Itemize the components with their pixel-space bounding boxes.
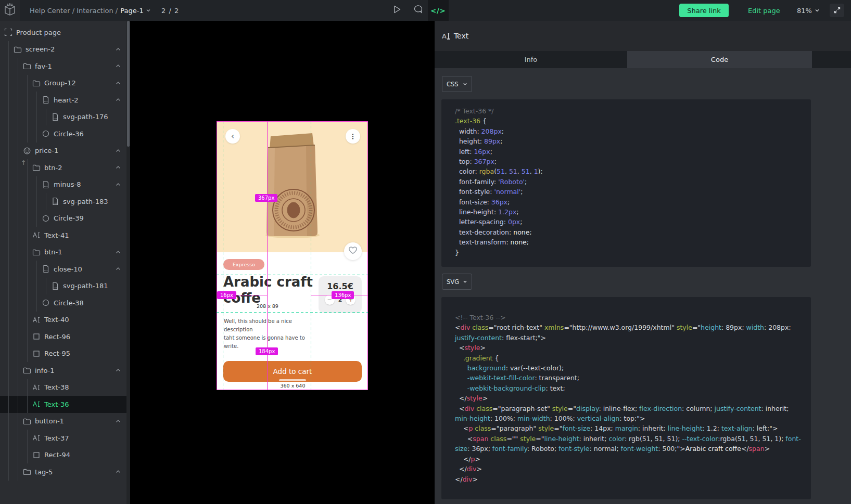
chevron-down-icon[interactable] <box>146 7 151 15</box>
layer-row-btn-1[interactable]: btn-1 <box>0 244 126 261</box>
breadcrumb[interactable]: Help Center / Interaction / Page-1 <box>30 0 151 21</box>
back-button[interactable]: ‹ <box>225 129 240 144</box>
tree-indent-guide <box>32 176 42 193</box>
layer-row-tag-5[interactable]: tag-5 <box>0 463 126 481</box>
folder-icon <box>23 62 31 70</box>
fullscreen-button[interactable] <box>830 4 844 17</box>
layer-row-Group-12[interactable]: Group-12 <box>0 75 126 92</box>
tree-indent-guide <box>23 278 32 295</box>
layer-row-screen-2[interactable]: screen-2 <box>0 41 126 58</box>
play-button[interactable] <box>389 0 405 21</box>
layer-row-btn-2[interactable]: btn-2 <box>0 159 126 176</box>
layer-label: btn-2 <box>44 164 62 172</box>
app-logo[interactable] <box>0 0 20 21</box>
breadcrumb-page[interactable]: Page-1 <box>120 7 143 15</box>
code-line: min-height: 100%; min-width: 100%; verti… <box>455 413 808 423</box>
tree-indent-guide <box>23 125 32 143</box>
code-line: </div> <box>455 464 808 474</box>
tab-code[interactable]: Code <box>627 51 812 68</box>
tree-indent-guide <box>4 41 14 58</box>
css-format-dropdown[interactable]: CSS <box>442 76 472 92</box>
code-line: text-transform: none; <box>455 237 808 247</box>
design-canvas[interactable]: ‹ ⋮ Expresso Arabic craft coffe 16.5€ − … <box>130 21 435 504</box>
chevron-up-icon[interactable] <box>115 46 121 53</box>
layer-row-Rect-96[interactable]: Rect-96 <box>0 328 126 345</box>
instance-arrow-icon: ↑ <box>21 159 26 166</box>
layer-row-minus-8[interactable]: minus-8 <box>0 176 126 193</box>
tree-indent-guide <box>14 125 23 143</box>
tree-indent-guide <box>14 58 23 75</box>
layer-row-Text-38[interactable]: Text-38 <box>0 379 126 396</box>
chevron-up-icon[interactable] <box>115 418 121 424</box>
layer-row-Text-37[interactable]: Text-37 <box>0 430 126 447</box>
scrollbar-thumb[interactable] <box>127 21 130 147</box>
layer-row-Circle-39[interactable]: Circle-39 <box>0 210 126 227</box>
code-mode-button[interactable]: </> <box>428 0 449 21</box>
layer-row-Product page[interactable]: Product page <box>0 24 126 41</box>
code-line: letter-spacing: 0px; <box>455 217 808 227</box>
favorite-button[interactable] <box>344 242 362 260</box>
code-line: width: 208px; <box>455 126 808 136</box>
edit-page-link[interactable]: Edit page <box>748 0 780 21</box>
tree-indent-guide <box>14 261 23 278</box>
top-bar: Help Center / Interaction / Page-1 2 / 2… <box>0 0 851 21</box>
chevron-up-icon[interactable] <box>115 367 121 373</box>
element-type-label: Text <box>454 32 468 40</box>
layer-row-svg-path-176[interactable]: svg-path-176 <box>0 109 126 126</box>
css-code[interactable]: /* Text-36 */.text-36 { width: 208px; he… <box>441 99 811 267</box>
layer-row-button-1[interactable]: button-1 <box>0 413 126 430</box>
svg-code[interactable]: <!-- Text-36 --><div class="root rich-te… <box>441 297 811 499</box>
circle-icon <box>42 130 50 138</box>
layer-row-svg-path-183[interactable]: svg-path-183 <box>0 193 126 210</box>
text-icon <box>32 383 41 392</box>
layer-row-fav-1[interactable]: fav-1 <box>0 58 126 75</box>
svg-format-dropdown[interactable]: SVG <box>442 274 472 290</box>
sidebar-scrollbar[interactable] <box>126 21 130 504</box>
measurement-left: 16px <box>217 291 236 299</box>
layer-row-Rect-94[interactable]: Rect-94 <box>0 447 126 464</box>
chevron-up-icon[interactable] <box>115 182 121 188</box>
folder-icon <box>23 468 31 476</box>
tree-indent-guide <box>23 396 32 413</box>
layer-row-svg-path-181[interactable]: svg-path-181 <box>0 278 126 295</box>
layer-row-Text-36[interactable]: Text-36 <box>0 396 126 413</box>
screen-frame[interactable]: ‹ ⋮ Expresso Arabic craft coffe 16.5€ − … <box>217 121 368 390</box>
chevron-up-icon[interactable] <box>115 266 121 272</box>
layer-row-Circle-38[interactable]: Circle-38 <box>0 294 126 312</box>
tree-indent-guide <box>4 261 14 278</box>
chevron-up-icon[interactable] <box>115 469 121 475</box>
chevron-up-icon[interactable] <box>115 97 121 103</box>
product-title[interactable]: Arabic craft coffe <box>223 274 315 306</box>
tree-indent-guide <box>32 109 42 126</box>
chevron-up-icon[interactable] <box>115 148 121 154</box>
layer-row-Text-40[interactable]: Text-40 <box>0 312 126 329</box>
share-link-button[interactable]: Share link <box>679 4 729 17</box>
layer-row-info-1[interactable]: info-1 <box>0 362 126 379</box>
code-line: left: 16px; <box>455 147 808 157</box>
more-menu-button[interactable]: ⋮ <box>346 129 360 144</box>
comment-button[interactable] <box>410 0 426 21</box>
chevron-up-icon[interactable] <box>115 164 121 171</box>
code-line: <!-- Text-36 --> <box>455 313 808 322</box>
tree-indent-guide <box>23 261 32 278</box>
tree-indent-guide <box>14 92 23 109</box>
layer-row-Rect-95[interactable]: Rect-95 <box>0 345 126 363</box>
layer-row-price-1[interactable]: price-1 <box>0 143 126 160</box>
layer-row-heart-2[interactable]: heart-2 <box>0 92 126 109</box>
chevron-up-icon[interactable] <box>115 63 121 69</box>
layer-row-Text-41[interactable]: Text-41 <box>0 227 126 244</box>
layer-row-close-10[interactable]: close-10 <box>0 261 126 278</box>
home-indicator <box>279 379 306 381</box>
zoom-control[interactable]: 81% <box>797 0 820 21</box>
tree-indent-guide <box>4 227 14 244</box>
tab-info[interactable]: Info <box>435 51 627 68</box>
tree-indent-guide <box>4 294 14 312</box>
tree-indent-guide <box>14 109 23 126</box>
add-to-cart-button[interactable]: Add to cart <box>223 361 362 382</box>
chevron-up-icon[interactable] <box>115 80 121 86</box>
frame-icon <box>4 28 12 36</box>
tree-indent-guide <box>4 345 14 363</box>
tree-indent-guide <box>14 362 23 379</box>
layer-row-Circle-36[interactable]: Circle-36 <box>0 125 126 143</box>
chevron-up-icon[interactable] <box>115 249 121 255</box>
